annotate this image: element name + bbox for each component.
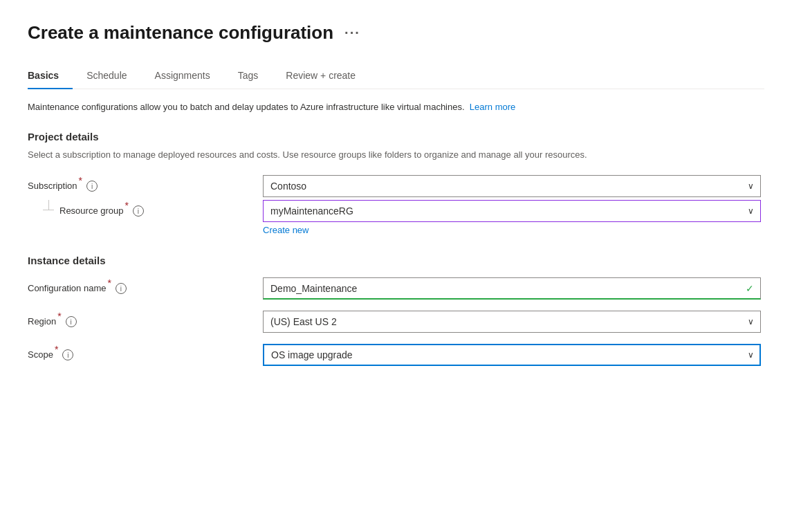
region-row: Region * i (US) East US 2 ∨ bbox=[28, 311, 764, 333]
subscription-label: Subscription bbox=[28, 175, 77, 191]
configuration-name-input[interactable]: Demo_Maintenance bbox=[263, 277, 761, 300]
region-label: Region bbox=[28, 311, 56, 327]
resource-group-info-icon[interactable]: i bbox=[133, 205, 144, 217]
instance-details-title: Instance details bbox=[28, 255, 764, 266]
tab-basics[interactable]: Basics bbox=[28, 63, 73, 89]
region-required: * bbox=[57, 311, 61, 322]
tab-tags[interactable]: Tags bbox=[224, 63, 273, 89]
page-title: Create a maintenance configuration bbox=[28, 22, 333, 44]
scope-control: OS image upgrade ∨ bbox=[263, 344, 761, 366]
resource-group-control: myMaintenanceRG ∨ Create new bbox=[263, 200, 761, 235]
subscription-info-icon[interactable]: i bbox=[86, 181, 98, 192]
tab-bar: Basics Schedule Assignments Tags Review … bbox=[28, 63, 764, 89]
scope-row: Scope * i OS image upgrade ∨ bbox=[28, 344, 764, 366]
subscription-row: Subscription * i Contoso ∨ bbox=[28, 175, 764, 197]
tab-description: Maintenance configurations allow you to … bbox=[28, 100, 692, 114]
region-select[interactable]: (US) East US 2 bbox=[263, 311, 761, 333]
subscription-select[interactable]: Contoso bbox=[263, 175, 761, 197]
more-options-icon[interactable]: ··· bbox=[344, 25, 360, 41]
scope-required: * bbox=[55, 344, 58, 355]
configuration-name-label: Configuration name bbox=[28, 277, 106, 293]
configuration-name-control: Demo_Maintenance ✓ bbox=[263, 277, 761, 300]
resource-group-required: * bbox=[125, 200, 129, 211]
subscription-required: * bbox=[79, 175, 82, 186]
project-details-title: Project details bbox=[28, 131, 764, 143]
project-details-description: Select a subscription to manage deployed… bbox=[28, 148, 692, 162]
scope-select[interactable]: OS image upgrade bbox=[263, 344, 761, 366]
tab-schedule[interactable]: Schedule bbox=[73, 63, 140, 89]
scope-label: Scope bbox=[28, 344, 53, 360]
tab-assignments[interactable]: Assignments bbox=[141, 63, 224, 89]
resource-group-row: Resource group * i myMaintenanceRG ∨ Cre… bbox=[28, 200, 764, 235]
learn-more-link[interactable]: Learn more bbox=[470, 102, 515, 112]
instance-details-section: Instance details Configuration name * i … bbox=[28, 255, 764, 366]
tab-review-create[interactable]: Review + create bbox=[272, 63, 369, 89]
subscription-control: Contoso ∨ bbox=[263, 175, 761, 197]
resource-group-label: Resource group bbox=[59, 200, 124, 216]
region-info-icon[interactable]: i bbox=[66, 316, 77, 327]
configuration-name-info-icon[interactable]: i bbox=[116, 283, 127, 294]
create-new-link[interactable]: Create new bbox=[263, 225, 308, 235]
configuration-name-row: Configuration name * i Demo_Maintenance … bbox=[28, 277, 764, 300]
region-control: (US) East US 2 ∨ bbox=[263, 311, 761, 333]
scope-info-icon[interactable]: i bbox=[62, 349, 73, 360]
resource-group-select[interactable]: myMaintenanceRG bbox=[263, 200, 761, 222]
configuration-name-required: * bbox=[107, 277, 111, 288]
